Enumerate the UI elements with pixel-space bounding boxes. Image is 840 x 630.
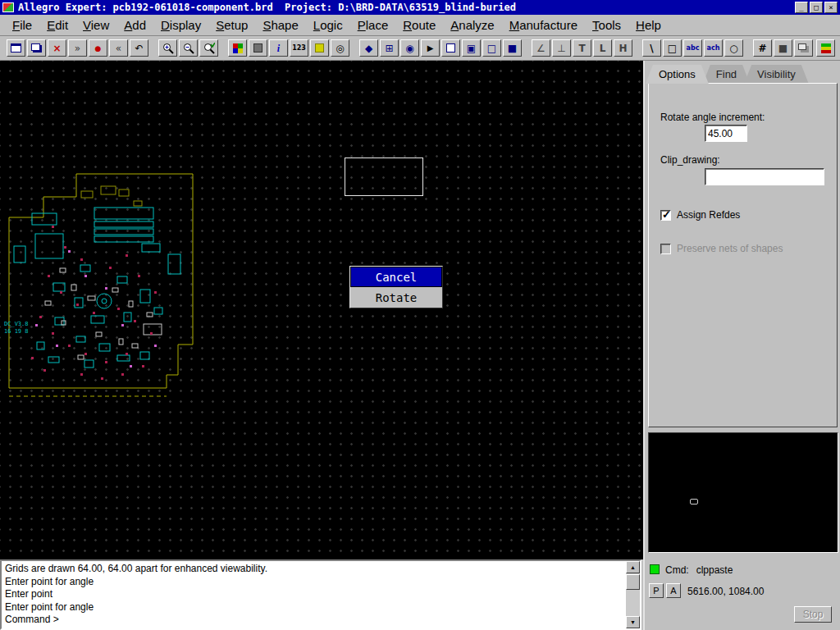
journal-button[interactable]: « — [109, 39, 128, 57]
minimize-button[interactable]: _ — [795, 2, 808, 13]
show-element-button[interactable]: ▣ — [462, 39, 481, 57]
zoom-in-button[interactable] — [158, 39, 177, 57]
close-button[interactable]: × — [824, 2, 838, 13]
menu-item-route[interactable]: Route — [395, 16, 443, 34]
console-scrollbar[interactable]: ▲ ▼ — [626, 561, 640, 628]
rotate-angle-input[interactable] — [705, 125, 747, 142]
h-dimension-button[interactable]: H — [614, 39, 632, 57]
menu-item-analyze[interactable]: Analyze — [443, 16, 501, 34]
absolute-mode-button[interactable]: A — [666, 583, 681, 598]
show-element-icon: ▣ — [467, 43, 476, 54]
move-button[interactable]: ◆ — [359, 39, 378, 57]
title-bar[interactable]: Allegro Expert: pcb192-061018-component.… — [0, 0, 840, 15]
pick-mode-button[interactable]: P — [649, 583, 664, 598]
close-icon: × — [829, 3, 833, 11]
menu-item-display[interactable]: Display — [153, 16, 208, 34]
script-replay-button[interactable]: » — [68, 39, 87, 57]
console-command-prompt[interactable]: Command > — [5, 614, 622, 627]
shadow-mode-button[interactable] — [249, 39, 267, 57]
text-tool-button[interactable]: T — [573, 39, 591, 57]
context-menu: Cancel Rotate — [349, 266, 443, 308]
element-info-button[interactable]: i — [269, 39, 288, 57]
menu-item-tools[interactable]: Tools — [585, 16, 628, 34]
l-dimension-button[interactable]: L — [593, 39, 612, 57]
undo-button[interactable]: ↶ — [130, 39, 148, 57]
clip-drawing-label: Clip_drawing: — [660, 154, 720, 166]
board-silkscreen-text-1: DC_V3.8 — [4, 321, 29, 327]
snap-pick-button[interactable]: ◎ — [331, 39, 349, 57]
stop-button[interactable]: Stop — [794, 606, 832, 623]
tab-options[interactable]: Options — [646, 65, 709, 84]
selection-rectangle — [345, 158, 423, 196]
design-canvas[interactable]: DC_V3.8 16 19 8 Cancel Rotate — [0, 61, 643, 559]
show-measure-icon: □ — [487, 43, 496, 54]
line-tool-button[interactable]: \ — [642, 39, 661, 57]
circle-tool-button[interactable]: ○ — [724, 39, 743, 57]
board-silkscreen-text-2: 16 19 8 — [4, 328, 29, 335]
move-icon: ◆ — [365, 43, 372, 54]
undo-icon: ↶ — [135, 43, 143, 54]
assign-refdes-checkbox[interactable] — [660, 210, 671, 221]
perpendicular-button[interactable]: ⊥ — [552, 39, 571, 57]
angle-dimension-button[interactable]: ∠ — [532, 39, 550, 57]
menu-item-file[interactable]: File — [5, 16, 39, 34]
close-drawing-icon: × — [52, 43, 61, 54]
element-info-icon: i — [277, 43, 280, 54]
scroll-up-button[interactable]: ▲ — [626, 561, 640, 573]
color-palette-icon — [233, 43, 243, 53]
zoom-fit-button[interactable] — [199, 39, 218, 57]
preview-cursor-icon — [690, 499, 698, 504]
property-edit-button[interactable] — [441, 39, 460, 57]
label-ach-button[interactable]: ach — [704, 39, 723, 57]
script-replay-icon: » — [75, 43, 80, 54]
console-line: Enter point for angle — [5, 576, 622, 589]
rect-tool-button[interactable]: □ — [663, 39, 682, 57]
highlight-button[interactable] — [310, 39, 329, 57]
context-menu-item-cancel[interactable]: Cancel — [350, 267, 442, 287]
menu-item-help[interactable]: Help — [628, 16, 669, 34]
h-dimension-icon: H — [619, 43, 627, 54]
context-menu-item-rotate[interactable]: Rotate — [350, 287, 442, 308]
open-drawing-button[interactable] — [27, 39, 46, 57]
label-abc-button[interactable]: abc — [683, 39, 702, 57]
measure-button[interactable]: 123 — [290, 39, 308, 57]
minimize-icon: _ — [799, 3, 803, 11]
preserve-nets-checkbox — [660, 244, 671, 254]
menu-item-edit[interactable]: Edit — [39, 16, 75, 34]
status-indicator-button[interactable] — [816, 39, 835, 57]
select-button[interactable]: ▶ — [421, 39, 440, 57]
tab-find[interactable]: Find — [703, 65, 750, 84]
preserve-nets-row: Preserve nets of shapes — [660, 243, 783, 254]
color-palette-button[interactable] — [228, 39, 247, 57]
menu-item-manufacture[interactable]: Manufacture — [502, 16, 585, 34]
zoom-out-icon — [183, 43, 194, 54]
close-drawing-button[interactable]: × — [48, 39, 66, 57]
shadow-fill-button[interactable]: ■ — [774, 39, 792, 57]
scrollbar-thumb[interactable] — [626, 574, 640, 590]
menu-item-add[interactable]: Add — [116, 16, 153, 34]
menu-item-view[interactable]: View — [75, 16, 116, 34]
line-tool-icon: \ — [650, 43, 653, 54]
maximize-button[interactable]: □ — [810, 2, 823, 13]
show-measure-button[interactable]: □ — [482, 39, 501, 57]
spin-button[interactable]: ◉ — [400, 39, 419, 57]
script-record-button[interactable]: ● — [89, 39, 107, 57]
menu-item-place[interactable]: Place — [350, 16, 396, 34]
menu-item-shape[interactable]: Shape — [255, 16, 305, 34]
toolbar: × » ● « ↶ i 123 ◎ ◆ ⊞ ◉ ▶ ▣ □ ■ ∠ ⊥ T L … — [0, 36, 840, 61]
net-highlight-button[interactable]: ■ — [503, 39, 522, 57]
layers-button[interactable] — [794, 39, 813, 57]
new-drawing-button[interactable] — [7, 39, 25, 57]
matrix-button[interactable]: ⊞ — [380, 39, 399, 57]
command-status-led — [650, 564, 660, 574]
zoom-out-button[interactable] — [179, 39, 198, 57]
app-icon[interactable] — [2, 2, 14, 12]
menu-item-logic[interactable]: Logic — [306, 16, 350, 34]
clip-drawing-input[interactable] — [705, 168, 824, 185]
tab-visibility[interactable]: Visibility — [744, 65, 809, 84]
grid-toggle-button[interactable]: # — [753, 39, 772, 57]
label-abc-icon: abc — [687, 43, 700, 54]
world-view-preview[interactable] — [648, 432, 838, 553]
menu-item-setup[interactable]: Setup — [208, 16, 255, 34]
scroll-down-button[interactable]: ▼ — [626, 616, 640, 628]
